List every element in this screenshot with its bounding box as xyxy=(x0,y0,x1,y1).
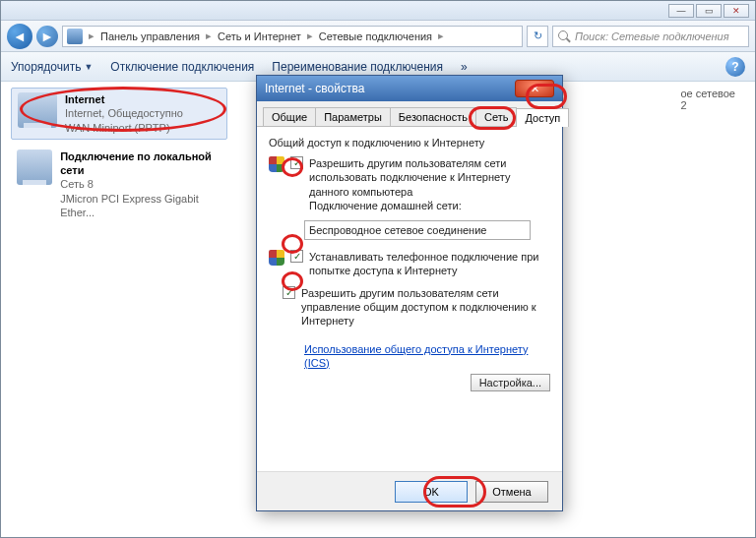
window-titlebar: — ▭ ✕ xyxy=(1,1,755,21)
nav-bar: ◄ ► ▸ Панель управления ▸ Сеть и Интерне… xyxy=(1,21,755,52)
ok-button[interactable]: OK xyxy=(395,481,468,503)
chevron-right-icon: ▸ xyxy=(202,30,216,42)
chk-text: Разрешить другим пользователям сети испо… xyxy=(309,157,510,198)
search-placeholder: Поиск: Сетевые подключения xyxy=(575,30,729,42)
allow-sharing-row: ✓ Разрешить другим пользователям сети ис… xyxy=(269,156,550,212)
ics-help-link[interactable]: Использование общего доступа к Интернету… xyxy=(304,342,550,371)
properties-dialog: Internet - свойства ✕ Общие Параметры Бе… xyxy=(256,75,563,511)
cancel-button[interactable]: Отмена xyxy=(475,481,548,503)
organize-label: Упорядочить xyxy=(11,60,81,74)
rename-connection-button[interactable]: Переименование подключения xyxy=(272,60,443,74)
allow-control-row: ✓ Разрешить другим пользователям сети уп… xyxy=(269,286,550,329)
dialog-titlebar[interactable]: Internet - свойства ✕ xyxy=(257,76,562,101)
shield-icon xyxy=(269,156,284,172)
close-button[interactable]: ✕ xyxy=(724,4,749,18)
truncated-connection-info: ое сетевое 2 xyxy=(680,88,735,111)
info-line: ое сетевое xyxy=(680,88,735,99)
connection-icon xyxy=(17,149,52,185)
breadcrumb[interactable]: ▸ Панель управления ▸ Сеть и Интернет ▸ … xyxy=(62,26,523,47)
more-button[interactable]: » xyxy=(461,60,468,74)
connection-name: Internet xyxy=(65,93,104,105)
connection-name: Подключение по локальной сети xyxy=(60,150,212,176)
maximize-button[interactable]: ▭ xyxy=(696,4,722,18)
tab-security[interactable]: Безопасность xyxy=(390,107,476,126)
dialog-body: Общий доступ к подключению к Интернету ✓… xyxy=(257,127,562,471)
dialog-close-button[interactable]: ✕ xyxy=(515,80,554,97)
home-network-dropdown[interactable]: Беспроводное сетевое соединение xyxy=(304,220,531,240)
disable-connection-button[interactable]: Отключение подключения xyxy=(110,60,254,74)
dial-on-demand-row: ✓ Устанавливать телефонное подключение п… xyxy=(269,250,550,278)
shield-icon xyxy=(269,250,284,266)
connection-sub: Internet, Общедоступно xyxy=(65,107,183,119)
breadcrumb-item[interactable]: Панель управления xyxy=(100,30,200,42)
dial-on-demand-checkbox[interactable]: ✓ xyxy=(290,250,303,263)
location-icon xyxy=(67,29,83,44)
settings-button[interactable]: Настройка... xyxy=(471,374,550,391)
tab-general[interactable]: Общие xyxy=(263,107,316,126)
connection-sub: WAN Miniport (PPTP) xyxy=(65,122,170,134)
connection-text: Подключение по локальной сети Сеть 8 JMi… xyxy=(60,149,221,219)
chevron-right-icon: ▸ xyxy=(303,30,317,42)
tab-parameters[interactable]: Параметры xyxy=(315,107,391,126)
forward-button[interactable]: ► xyxy=(36,26,58,47)
back-button[interactable]: ◄ xyxy=(7,24,32,49)
section-title: Общий доступ к подключению к Интернету xyxy=(269,137,550,149)
tab-strip: Общие Параметры Безопасность Сеть Доступ xyxy=(257,101,562,127)
refresh-button[interactable]: ↻ xyxy=(527,26,548,47)
minimize-button[interactable]: — xyxy=(668,4,694,18)
search-input[interactable]: Поиск: Сетевые подключения xyxy=(552,26,749,47)
allow-sharing-label: Разрешить другим пользователям сети испо… xyxy=(309,156,550,212)
search-icon xyxy=(557,30,571,43)
home-net-label: Подключение домашней сети: xyxy=(309,200,462,211)
breadcrumb-item[interactable]: Сеть и Интернет xyxy=(218,30,301,42)
tab-sharing[interactable]: Доступ xyxy=(516,108,569,127)
chevron-right-icon: ▸ xyxy=(85,30,98,42)
connection-item-internet[interactable]: Internet Internet, Общедоступно WAN Mini… xyxy=(11,88,227,140)
connection-icon xyxy=(18,92,57,128)
dial-on-demand-label: Устанавливать телефонное подключение при… xyxy=(309,250,550,278)
connection-sub: JMicron PCI Express Gigabit Ether... xyxy=(60,193,199,218)
connection-sub: Сеть 8 xyxy=(60,178,94,190)
help-icon[interactable]: ? xyxy=(725,57,745,77)
allow-control-label: Разрешить другим пользователям сети упра… xyxy=(301,286,550,329)
allow-sharing-checkbox[interactable]: ✓ xyxy=(290,156,303,169)
dialog-title-text: Internet - свойства xyxy=(265,82,364,95)
connection-text: Internet Internet, Общедоступно WAN Mini… xyxy=(65,92,183,135)
chevron-right-icon: ▸ xyxy=(434,30,448,42)
breadcrumb-item[interactable]: Сетевые подключения xyxy=(319,30,432,42)
chevron-down-icon: ▼ xyxy=(84,62,93,72)
dialog-footer: OK Отмена xyxy=(257,471,562,510)
tab-network[interactable]: Сеть xyxy=(475,107,517,126)
connection-item-lan[interactable]: Подключение по локальной сети Сеть 8 JMi… xyxy=(11,146,227,223)
organize-menu[interactable]: Упорядочить ▼ xyxy=(11,60,93,74)
allow-control-checkbox[interactable]: ✓ xyxy=(283,286,295,299)
info-line: 2 xyxy=(680,99,735,111)
